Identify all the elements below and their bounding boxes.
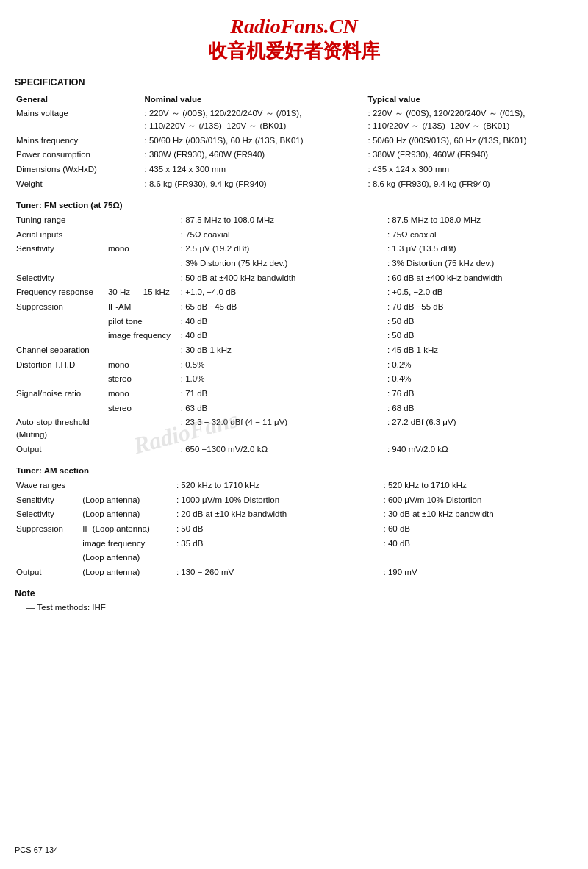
row-label: Dimensions (WxHxD): [15, 162, 143, 176]
row-nominal: : 520 kHz to 1710 kHz: [175, 478, 382, 493]
table-row: Dimensions (WxHxD) : 435 x 124 x 300 mm …: [15, 162, 573, 176]
row-label: Wave ranges: [15, 478, 81, 493]
row-nominal: : 71 dB: [179, 386, 386, 401]
table-row: stereo : 1.0% : 0.4%: [15, 372, 573, 387]
row-sublabel: [81, 478, 175, 493]
row-sublabel: (Loop antenna): [81, 493, 175, 507]
row-label: Signal/noise ratio: [15, 386, 107, 401]
row-sublabel: stereo: [107, 372, 179, 387]
row-nominal: : 63 dB: [179, 401, 386, 415]
row-label: Sensitivity: [15, 242, 107, 257]
row-typical: : 0.2%: [386, 357, 573, 372]
table-row: (Loop antenna): [15, 551, 573, 565]
page-number: PCS 67 134: [15, 845, 58, 854]
table-row: stereo : 63 dB : 68 dB: [15, 401, 573, 415]
table-row: image frequency : 35 dB : 40 dB: [15, 536, 573, 551]
row-label: Suppression: [15, 521, 81, 536]
row-nominal: : 435 x 124 x 300 mm: [143, 162, 367, 176]
row-label: Tuning range: [15, 212, 107, 227]
table-row: Mains voltage : 220V ～ (/00S), 120/220/2…: [15, 107, 573, 133]
row-sublabel: [107, 271, 179, 285]
row-label: Selectivity: [15, 271, 107, 285]
nominal-header: Nominal value: [143, 92, 367, 107]
note-section: Note — Test methods: IHF: [15, 588, 573, 612]
row-label: Output: [15, 442, 107, 457]
row-typical: : 50/60 Hz (/00S/01S), 60 Hz (/13S, BK01…: [367, 133, 573, 148]
table-row: Weight : 8.6 kg (FR930), 9.4 kg (FR940) …: [15, 176, 573, 191]
row-label: Output: [15, 565, 81, 580]
row-nominal: : 0.5%: [179, 357, 386, 372]
row-sublabel: (Loop antenna): [81, 507, 175, 522]
row-nominal: : 30 dB 1 kHz: [179, 343, 386, 357]
fm-title: Tuner: FM section (at 75Ω): [15, 199, 573, 213]
row-typical: : 45 dB 1 kHz: [386, 343, 573, 357]
row-nominal: : 23.3 − 32.0 dBf (4 − 11 μV): [179, 415, 386, 442]
row-typical: : 30 dB at ±10 kHz bandwidth: [382, 507, 573, 522]
row-label: Channel separation: [15, 343, 107, 357]
row-nominal: : 35 dB: [175, 536, 382, 551]
row-typical: : 600 μV/m 10% Distortion: [382, 493, 573, 507]
row-sublabel: [107, 343, 179, 357]
row-sublabel: (Loop antenna): [81, 565, 175, 580]
row-sublabel: stereo: [107, 401, 179, 415]
row-typical: : 70 dB −55 dB: [386, 299, 573, 314]
row-sublabel: image frequency: [81, 536, 175, 551]
am-section: Tuner: AM section Wave ranges : 520 kHz …: [15, 464, 573, 579]
row-label: Weight: [15, 176, 143, 191]
row-label: Frequency response: [15, 285, 107, 300]
row-typical: : 68 dB: [386, 401, 573, 415]
row-typical: : 380W (FR930), 460W (FR940): [367, 148, 573, 162]
spec-header: SPECIFICATION: [15, 77, 573, 87]
page-header: RadioFans.CN 收音机爱好者资料库: [15, 15, 573, 64]
row-sublabel: mono: [107, 386, 179, 401]
table-row: Sensitivity mono : 2.5 μV (19.2 dBf) : 1…: [15, 242, 573, 257]
table-row: image frequency : 40 dB : 50 dB: [15, 329, 573, 343]
row-nominal: : 2.5 μV (19.2 dBf): [179, 242, 386, 257]
row-typical: [382, 551, 573, 565]
row-typical: : +0.5, −2.0 dB: [386, 285, 573, 300]
row-typical: : 50 dB: [386, 314, 573, 329]
table-row: Auto-stop threshold (Muting) : 23.3 − 32…: [15, 415, 573, 442]
row-sublabel: mono: [107, 242, 179, 257]
row-nominal: : 380W (FR930), 460W (FR940): [143, 148, 367, 162]
row-sublabel: [107, 442, 179, 457]
table-row: Channel separation : 30 dB 1 kHz : 45 dB…: [15, 343, 573, 357]
note-title: Note: [15, 588, 573, 598]
row-nominal: : 20 dB at ±10 kHz bandwidth: [175, 507, 382, 522]
row-label: Distortion T.H.D: [15, 357, 107, 372]
general-title: General: [15, 92, 143, 107]
row-nominal: : 75Ω coaxial: [179, 227, 386, 242]
row-sublabel: (Loop antenna): [81, 551, 175, 565]
row-nominal: : 50 dB: [175, 521, 382, 536]
table-row: : 3% Distortion (75 kHz dev.) : 3% Disto…: [15, 256, 573, 271]
table-row: Tuning range : 87.5 MHz to 108.0 MHz : 8…: [15, 212, 573, 227]
table-row: Selectivity (Loop antenna) : 20 dB at ±1…: [15, 507, 573, 522]
row-label: [15, 329, 107, 343]
row-nominal: : 50/60 Hz (/00S/01S), 60 Hz (/13S, BK01…: [143, 133, 367, 148]
row-label: Mains frequency: [15, 133, 143, 148]
row-typical: : 940 mV/2.0 kΩ: [386, 442, 573, 457]
row-nominal: : 3% Distortion (75 kHz dev.): [179, 256, 386, 271]
table-row: Frequency response 30 Hz — 15 kHz : +1.0…: [15, 285, 573, 300]
row-typical: : 220V ～ (/00S), 120/220/240V ～ (/01S),:…: [367, 107, 573, 133]
row-nominal: : 40 dB: [179, 314, 386, 329]
table-row: Selectivity : 50 dB at ±400 kHz bandwidt…: [15, 271, 573, 285]
table-row: Signal/noise ratio mono : 71 dB : 76 dB: [15, 386, 573, 401]
row-label: [15, 536, 81, 551]
row-sublabel: image frequency: [107, 329, 179, 343]
row-sublabel: pilot tone: [107, 314, 179, 329]
row-nominal: : 87.5 MHz to 108.0 MHz: [179, 212, 386, 227]
table-row: Suppression IF-AM : 65 dB −45 dB : 70 dB…: [15, 299, 573, 314]
row-nominal: : +1.0, −4.0 dB: [179, 285, 386, 300]
table-row: Wave ranges : 520 kHz to 1710 kHz : 520 …: [15, 478, 573, 493]
row-label: [15, 314, 107, 329]
row-label: [15, 256, 107, 271]
row-label: Power consumption: [15, 148, 143, 162]
row-typical: : 190 mV: [382, 565, 573, 580]
row-nominal: : 8.6 kg (FR930), 9.4 kg (FR940): [143, 176, 367, 191]
row-typical: : 8.6 kg (FR930), 9.4 kg (FR940): [367, 176, 573, 191]
row-nominal: : 1000 μV/m 10% Distortion: [175, 493, 382, 507]
row-label: Mains voltage: [15, 107, 143, 133]
row-sublabel: [107, 256, 179, 271]
row-typical: : 520 kHz to 1710 kHz: [382, 478, 573, 493]
